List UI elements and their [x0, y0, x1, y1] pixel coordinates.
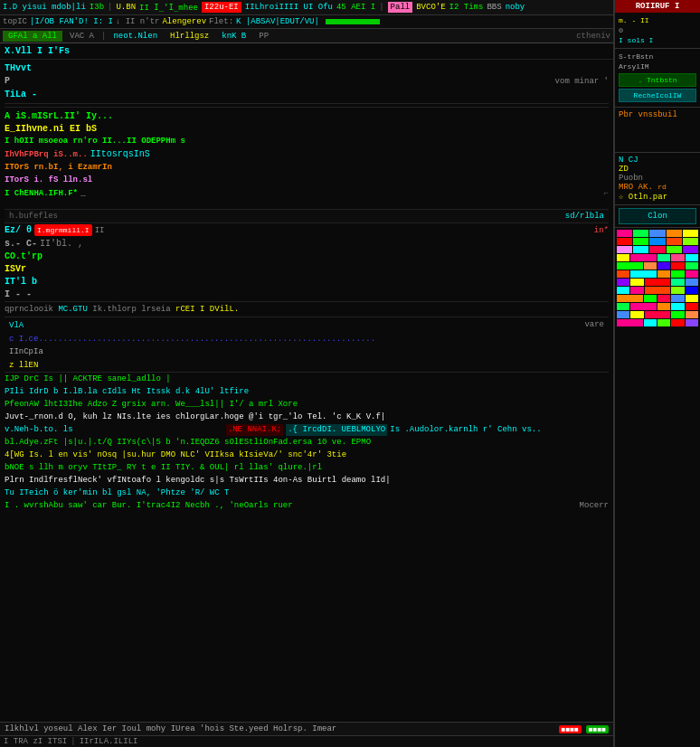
tab-vac[interactable]: VAC A — [64, 31, 99, 42]
zlen-label: z llEN — [9, 361, 38, 370]
status-text: Ilkhlvl yoseul Alex Ier Ioul mohy IUrea … — [5, 724, 554, 733]
topbar-item-3: U.BN — [116, 3, 136, 12]
chat-scroll[interactable]: X.Vll I I'Fs THvvt P vom minar ' TiLa - — [0, 43, 613, 722]
bar-8-5 — [686, 287, 698, 294]
status-badge-green: ■■■■ — [586, 725, 609, 733]
topbar-item-6: 45 AEI I — [336, 3, 375, 12]
bufferles-label: h.bufefles — [9, 212, 58, 221]
rp-title: ROIIRUF I — [615, 0, 700, 13]
bar-5-5 — [686, 262, 698, 269]
bar-2-3 — [649, 238, 665, 245]
topbar-item-4: II I̲'I̲mhee — [139, 3, 198, 13]
bar-6-5 — [686, 270, 698, 278]
content-area: X.Vll I I'Fs THvvt P vom minar ' TiLa - — [0, 43, 613, 747]
buf-nick-3: CO.t'rp — [5, 251, 43, 262]
action-line-5: v.Neh-b.to. ls .NE NNAI.K; .{ IrcdDI. UE… — [5, 424, 609, 436]
via-sub2-text: IInCpIa — [9, 347, 43, 356]
tab-bar: GFAl a All VAC A | neot.Nlen Hlrllgsz kn… — [0, 29, 613, 43]
rp-pbr-title: Pbr vnssbuil — [619, 110, 696, 119]
tab-neot[interactable]: neot.Nlen — [108, 31, 163, 42]
nick-7: I ChENHA.IFH.F* — [5, 188, 78, 200]
rp-clon-btn[interactable]: Clon — [619, 208, 696, 224]
bar-row-3 — [617, 246, 698, 253]
bar-6-3 — [657, 270, 670, 278]
nick-p: P — [5, 75, 10, 87]
rp-zd-label: ZD — [619, 165, 696, 174]
nick-thvvt: THvvt — [5, 62, 32, 74]
chat-area: THvvt P vom minar ' TiLa - A iS.mISrL.II… — [0, 60, 613, 515]
rp-mroak-label: MRO AK. rd — [619, 183, 696, 192]
topbar-badge-red[interactable]: I22u-EI — [202, 2, 241, 13]
action-msg-1: IJP DrC Is || ACKTRE sanel_adllo | — [5, 374, 609, 385]
bottom-item-1: I TRA zI ITSI — [4, 737, 67, 746]
topbar-item-9: BBS — [487, 3, 501, 12]
topbar-badge-pink[interactable]: Pall — [388, 2, 413, 13]
rp-section-opts: S-trBstn ArsylIM . Tntbstn RecheIcolIW — [615, 49, 700, 108]
bar-7-4 — [671, 279, 684, 286]
topic-k: K |ABSAV|EDUT/VU| — [236, 17, 319, 26]
nick-6: ITorS i. fS lln.sl — [5, 175, 92, 186]
bar-12-3 — [657, 319, 670, 326]
rp-btn-recheicollw[interactable]: RecheIcolIW — [619, 89, 696, 102]
tab-hlr[interactable]: Hlrllgsz — [165, 31, 214, 42]
action-line-4: Juvt-_rnon.d O, kuh lz NIs.lte ies chlor… — [5, 411, 609, 423]
bar-7-3 — [645, 279, 671, 286]
chat-line-tila: TiLa - — [5, 89, 609, 100]
bar-12-5 — [686, 319, 698, 326]
bar-2-5 — [683, 238, 698, 245]
rp-otln-btn[interactable]: ☆ Otln.par — [619, 192, 696, 202]
bar-12-1 — [617, 319, 643, 326]
mocerr: Mocerr — [580, 500, 609, 512]
buf-close-1[interactable]: in* — [594, 225, 609, 237]
action-msg-4: Juvt-_rnon.d O, kuh lz NIs.lte ies chlor… — [5, 411, 609, 423]
topic-flet: Flet: — [209, 17, 233, 26]
bar-5-2 — [644, 262, 657, 269]
section-divider-1 — [5, 103, 609, 108]
buf-nick-2: s.- C- — [5, 238, 37, 250]
rp-section-pbr: Pbr vnssbuil — [615, 108, 700, 153]
rp-section-nc: N CJ ZD Puobn MRO AK. rd ☆ Otln.par — [615, 153, 700, 205]
buf-line-3: CO.t'rp — [5, 251, 609, 262]
rp-puobn-label: Puobn — [619, 174, 696, 183]
action-msg-10: Tu ITeich ö ker'min bl gsl NA, 'Phtze 'R… — [5, 487, 609, 499]
bar-8-1 — [617, 287, 629, 294]
nick-3: I hOII msoeoa rn'ro II...II ODEPPHm s — [5, 136, 185, 147]
action-msg-5: v.Neh-b.to. ls — [5, 424, 223, 436]
action-msg-5b: Is .Audolor.karnlh r' Cehn vs.. — [390, 424, 609, 436]
bar-row-10 — [617, 303, 698, 310]
topbar-separator-2: | — [379, 3, 383, 12]
tab-knk[interactable]: knK B — [216, 31, 251, 42]
bar-3-4 — [667, 246, 682, 253]
action-highlight-1: .NE NNAI.K; — [226, 424, 283, 436]
action-line-1: IJP DrC Is || ACKTRE sanel_adllo | — [5, 374, 609, 385]
bar-10-5 — [686, 303, 698, 310]
tab-pp[interactable]: PP — [253, 31, 274, 42]
main-area: I.D yisui mdob|li I3b | U.BN II I̲'I̲mhe… — [0, 0, 614, 747]
status-bar: Ilkhlvl yoseul Alex Ier Ioul mohy IUrea … — [0, 722, 613, 735]
bar-6-2 — [630, 270, 657, 278]
bar-9-3 — [657, 295, 670, 302]
vare-label: vare — [584, 320, 604, 329]
topbar-item-10: noby — [506, 3, 525, 12]
bar-9-4 — [671, 295, 684, 302]
bar-4-1 — [617, 254, 629, 261]
bar-4-3 — [657, 254, 670, 261]
topbar-separator-1: | — [108, 3, 112, 12]
action-line-7: 4[WG Is. l en vis' nOsq |su.hur DMO NLC'… — [5, 449, 609, 461]
rp-btn-tntbstn[interactable]: . Tntbstn — [619, 73, 696, 87]
topbar-item-2: I3b — [90, 3, 104, 12]
bar-10-1 — [617, 303, 629, 310]
bar-1-5 — [683, 230, 698, 237]
action-msg-8: bNOE s llh m oryv TItIP_ RY t e II TIY. … — [5, 462, 609, 474]
bar-8-4 — [671, 287, 684, 294]
action-msg-7: 4[WG Is. l en vis' nOsq |su.hur DMO NLC'… — [5, 449, 609, 461]
tab-gfal[interactable]: GFAl a All — [3, 31, 62, 42]
nick-tila: TiLa - — [5, 89, 37, 100]
buf-nick-6: I - - — [5, 288, 32, 300]
buf-extra-1: II — [95, 225, 105, 237]
sd-label: sd/rlbla — [565, 212, 604, 221]
msg-line-5: ITOrS rn.bI, i EzamrIn — [5, 162, 609, 174]
bar-6-4 — [671, 270, 684, 278]
bar-10-3 — [657, 303, 670, 310]
bar-1-2 — [633, 230, 648, 237]
